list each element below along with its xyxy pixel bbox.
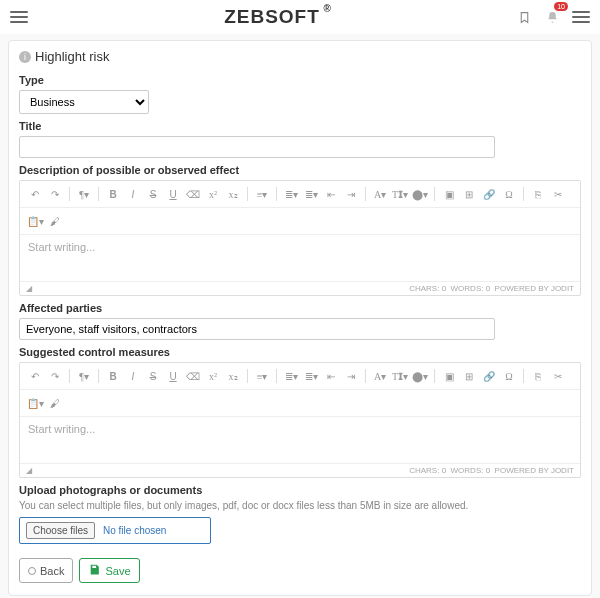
paragraph-icon[interactable]: ¶▾ — [75, 185, 93, 203]
page-title: Highlight risk — [35, 49, 109, 64]
undo-icon[interactable]: ↶ — [26, 185, 44, 203]
title-input[interactable] — [19, 136, 495, 158]
brand-logo: ZEBSOFT® — [224, 6, 320, 28]
brush-icon[interactable]: ⬤▾ — [411, 367, 429, 385]
upload-label: Upload photographs or documents — [19, 484, 581, 496]
undo-icon[interactable]: ↶ — [26, 367, 44, 385]
paragraph-icon[interactable]: ¶▾ — [75, 367, 93, 385]
upload-hint: You can select multiple files, but only … — [19, 500, 581, 511]
eraser-icon[interactable]: ⌫ — [184, 367, 202, 385]
subscript-icon[interactable]: x₂ — [224, 185, 242, 203]
back-dot-icon — [28, 567, 36, 575]
align-left-icon[interactable]: ≡▾ — [253, 185, 271, 203]
superscript-icon[interactable]: x² — [204, 185, 222, 203]
info-icon: i — [19, 51, 31, 63]
fontsize-icon[interactable]: T𝗜▾ — [391, 367, 409, 385]
format-icon[interactable]: 🖌 — [46, 394, 64, 412]
redo-icon[interactable]: ↷ — [46, 185, 64, 203]
description-editor: ↶ ↷ ¶▾ B I S U ⌫ x² x₂ ≡▾ ≣▾ ≣▾ ⇤ ⇥ A▾ T… — [19, 180, 581, 296]
strike-icon[interactable]: S — [144, 185, 162, 203]
redo-icon[interactable]: ↷ — [46, 367, 64, 385]
format-icon[interactable]: 🖌 — [46, 212, 64, 230]
save-disk-icon — [88, 563, 101, 578]
table-icon[interactable]: ⊞ — [460, 367, 478, 385]
ul-icon[interactable]: ≣▾ — [282, 367, 300, 385]
description-label: Description of possible or observed effe… — [19, 164, 581, 176]
suggested-editor: ↶ ↷ ¶▾ B I S U ⌫ x² x₂ ≡▾ ≣▾ ≣▾ ⇤ ⇥ A▾ T… — [19, 362, 581, 478]
brush-icon[interactable]: ⬤▾ — [411, 185, 429, 203]
subscript-icon[interactable]: x₂ — [224, 367, 242, 385]
underline-icon[interactable]: U — [164, 367, 182, 385]
bookmark-icon[interactable] — [516, 8, 534, 26]
resize-handle-icon[interactable]: ◢ — [26, 466, 32, 475]
notif-badge: 10 — [554, 2, 568, 11]
ul-icon[interactable]: ≣▾ — [282, 185, 300, 203]
file-input[interactable]: Choose files No file chosen — [19, 517, 211, 544]
type-label: Type — [19, 74, 581, 86]
bold-icon[interactable]: B — [104, 185, 122, 203]
ol-icon[interactable]: ≣▾ — [302, 185, 320, 203]
link-icon[interactable]: 🔗 — [480, 367, 498, 385]
align-left-icon[interactable]: ≡▾ — [253, 367, 271, 385]
italic-icon[interactable]: I — [124, 185, 142, 203]
paste-icon[interactable]: 📋▾ — [26, 212, 44, 230]
bell-icon[interactable]: 10 — [544, 8, 562, 26]
strike-icon[interactable]: S — [144, 367, 162, 385]
file-status: No file chosen — [103, 525, 166, 536]
suggested-label: Suggested control measures — [19, 346, 581, 358]
title-label: Title — [19, 120, 581, 132]
paste-icon[interactable]: 📋▾ — [26, 394, 44, 412]
symbol-icon[interactable]: Ω — [500, 185, 518, 203]
bold-icon[interactable]: B — [104, 367, 122, 385]
choose-files-button[interactable]: Choose files — [26, 522, 95, 539]
copy-icon[interactable]: ⎘ — [529, 367, 547, 385]
font-icon[interactable]: A▾ — [371, 367, 389, 385]
description-textarea[interactable]: Start writing... — [20, 235, 580, 281]
outdent-icon[interactable]: ⇤ — [322, 185, 340, 203]
underline-icon[interactable]: U — [164, 185, 182, 203]
cut-icon[interactable]: ✂ — [549, 367, 567, 385]
image-icon[interactable]: ▣ — [440, 185, 458, 203]
font-icon[interactable]: A▾ — [371, 185, 389, 203]
italic-icon[interactable]: I — [124, 367, 142, 385]
table-icon[interactable]: ⊞ — [460, 185, 478, 203]
resize-handle-icon[interactable]: ◢ — [26, 284, 32, 293]
copy-icon[interactable]: ⎘ — [529, 185, 547, 203]
symbol-icon[interactable]: Ω — [500, 367, 518, 385]
save-button[interactable]: Save — [79, 558, 139, 583]
fontsize-icon[interactable]: T𝗜▾ — [391, 185, 409, 203]
ol-icon[interactable]: ≣▾ — [302, 367, 320, 385]
outdent-icon[interactable]: ⇤ — [322, 367, 340, 385]
cut-icon[interactable]: ✂ — [549, 185, 567, 203]
link-icon[interactable]: 🔗 — [480, 185, 498, 203]
superscript-icon[interactable]: x² — [204, 367, 222, 385]
menu-right-icon[interactable] — [572, 8, 590, 26]
affected-input[interactable] — [19, 318, 495, 340]
eraser-icon[interactable]: ⌫ — [184, 185, 202, 203]
indent-icon[interactable]: ⇥ — [342, 185, 360, 203]
image-icon[interactable]: ▣ — [440, 367, 458, 385]
back-button[interactable]: Back — [19, 558, 73, 583]
menu-left-icon[interactable] — [10, 8, 28, 26]
suggested-textarea[interactable]: Start writing... — [20, 417, 580, 463]
type-select[interactable]: Business — [19, 90, 149, 114]
affected-label: Affected parties — [19, 302, 581, 314]
indent-icon[interactable]: ⇥ — [342, 367, 360, 385]
